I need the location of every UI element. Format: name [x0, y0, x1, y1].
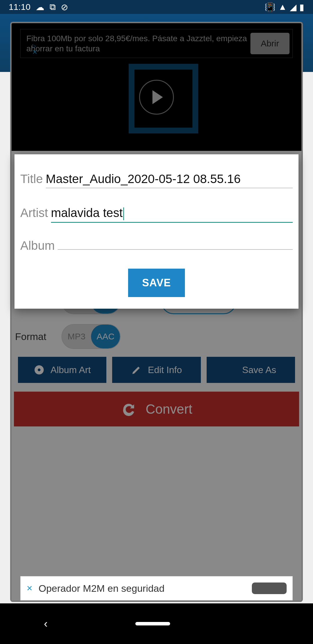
box-icon: ⧉	[50, 2, 56, 12]
vibrate-icon: 📳	[265, 2, 275, 12]
title-value: Master_Audio_2020-05-12 08.55.16	[46, 172, 241, 186]
wifi-icon: ▲	[278, 2, 287, 12]
artist-field-label: Artist	[20, 206, 48, 220]
text-cursor	[123, 207, 124, 220]
album-field-label: Album	[20, 239, 55, 253]
modal-scrim[interactable]	[12, 23, 301, 600]
system-nav-bar: ‹	[0, 603, 313, 644]
bottom-ad-cta[interactable]	[252, 583, 287, 594]
album-input[interactable]	[58, 246, 293, 250]
bottom-ad-text: Operador M2M en seguridad	[39, 583, 165, 594]
dnd-icon: ⊘	[61, 2, 68, 12]
artist-input[interactable]: malavida test	[51, 204, 293, 223]
status-time: 11:10	[9, 2, 30, 12]
ad-close-icon[interactable]: ✕	[26, 584, 33, 593]
home-button[interactable]	[135, 622, 170, 625]
title-input[interactable]: Master_Audio_2020-05-12 08.55.16	[46, 170, 293, 188]
banner-ad-bottom[interactable]: ✕ Operador M2M en seguridad	[20, 576, 293, 600]
title-field-label: Title	[20, 172, 43, 186]
main-card: ▷ ✕ Fibra 100Mb por solo 28,95€/mes. Pás…	[12, 23, 301, 600]
edit-info-dialog: Title Master_Audio_2020-05-12 08.55.16 A…	[14, 154, 299, 309]
back-button[interactable]: ‹	[44, 618, 48, 630]
battery-icon: ▮	[299, 2, 304, 12]
save-button[interactable]: SAVE	[128, 269, 185, 297]
status-bar: 11:10 ☁ ⧉ ⊘ 📳 ▲ ◢ ▮	[0, 0, 313, 14]
cell-icon: ◢	[290, 2, 296, 12]
artist-value: malavida test	[51, 206, 123, 220]
cloud-icon: ☁	[36, 2, 44, 12]
